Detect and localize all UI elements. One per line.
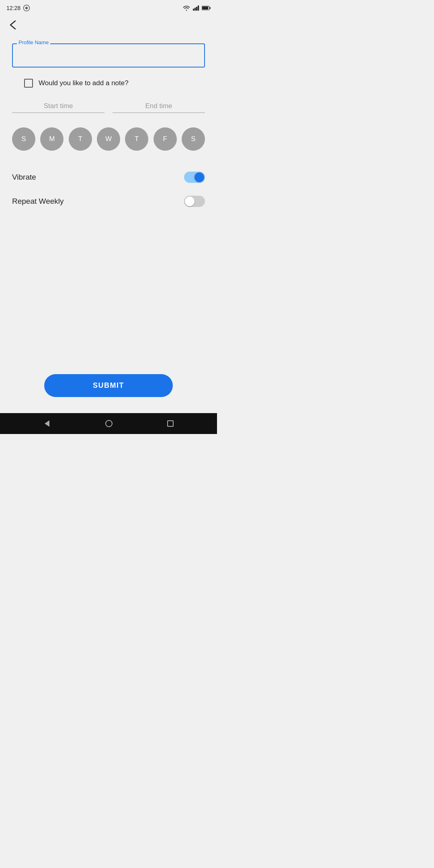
sync-icon <box>23 4 30 12</box>
day-button-tue[interactable]: T <box>69 127 92 151</box>
submit-button[interactable]: SUBMIT <box>44 374 173 397</box>
main-content: Profile Name Would you like to add a not… <box>0 35 217 362</box>
back-button[interactable] <box>6 18 21 31</box>
note-checkbox-row: Would you like to add a note? <box>12 79 205 88</box>
svg-rect-7 <box>202 6 208 9</box>
vibrate-toggle[interactable] <box>184 172 205 183</box>
signal-icon <box>193 5 199 11</box>
day-button-sun[interactable]: S <box>12 127 35 151</box>
home-circle-icon <box>105 420 113 428</box>
end-time-field <box>113 102 205 113</box>
vibrate-thumb <box>194 172 204 182</box>
note-checkbox[interactable] <box>24 79 33 88</box>
status-left: 12:28 <box>6 4 30 12</box>
day-button-thu[interactable]: T <box>125 127 148 151</box>
start-time-input[interactable] <box>12 102 104 113</box>
svg-rect-4 <box>196 7 197 11</box>
svg-marker-9 <box>45 420 49 427</box>
top-nav <box>0 14 217 35</box>
repeat-weekly-row: Repeat Weekly <box>12 189 205 213</box>
vibrate-row: Vibrate <box>12 165 205 189</box>
time-display: 12:28 <box>6 5 20 11</box>
repeat-weekly-label: Repeat Weekly <box>12 197 64 206</box>
recents-nav-button[interactable] <box>167 420 174 427</box>
bottom-nav-bar <box>0 413 217 434</box>
recents-square-icon <box>167 420 174 427</box>
end-time-input[interactable] <box>113 102 205 113</box>
profile-name-wrapper: Profile Name <box>12 43 205 68</box>
day-button-mon[interactable]: M <box>40 127 63 151</box>
status-right <box>182 5 211 11</box>
svg-rect-3 <box>194 8 196 10</box>
profile-name-input[interactable] <box>12 43 205 68</box>
svg-rect-2 <box>193 9 194 11</box>
svg-rect-11 <box>168 421 173 426</box>
status-bar: 12:28 <box>0 0 217 14</box>
repeat-weekly-toggle[interactable] <box>184 196 205 207</box>
wifi-icon <box>182 5 190 11</box>
home-nav-button[interactable] <box>105 420 113 428</box>
vibrate-label: Vibrate <box>12 173 36 182</box>
start-time-field <box>12 102 104 113</box>
submit-area: SUBMIT <box>0 362 217 413</box>
repeat-weekly-thumb <box>185 197 194 206</box>
svg-rect-8 <box>210 7 211 9</box>
svg-rect-5 <box>198 6 199 11</box>
svg-point-10 <box>106 420 112 427</box>
day-button-sat[interactable]: S <box>182 127 205 151</box>
profile-name-label: Profile Name <box>17 39 50 45</box>
time-row <box>12 102 205 113</box>
battery-icon <box>202 6 211 10</box>
back-nav-icon <box>43 420 51 428</box>
day-button-wed[interactable]: W <box>97 127 120 151</box>
back-arrow-icon <box>8 20 19 30</box>
day-button-fri[interactable]: F <box>154 127 177 151</box>
back-nav-button[interactable] <box>43 420 51 428</box>
days-row: S M T W T F S <box>12 127 205 151</box>
toggle-section: Vibrate Repeat Weekly <box>12 165 205 213</box>
svg-point-1 <box>25 7 28 9</box>
note-checkbox-label[interactable]: Would you like to add a note? <box>39 79 129 87</box>
